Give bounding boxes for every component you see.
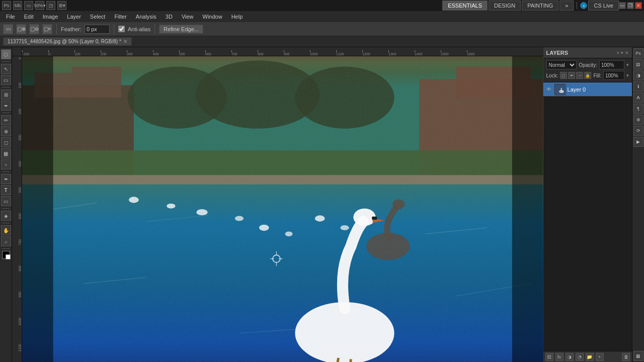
lock-all[interactable]: 🔒: [584, 72, 591, 79]
document-tab[interactable]: 1137715_44805426.jpg @ 50% (Layer 0, RGB…: [3, 37, 132, 46]
tool-eraser[interactable]: ◻: [1, 137, 11, 147]
toolbar-icon-3: ◳: [46, 1, 55, 10]
layer-delete-btn[interactable]: 🗑: [622, 353, 630, 361]
tool-hand[interactable]: ✋: [1, 225, 11, 235]
ruler-v-mark: 300: [18, 135, 22, 141]
blend-mode-select[interactable]: Normal: [546, 60, 577, 69]
layer-mask-btn[interactable]: ◑: [566, 353, 574, 361]
document-tab-bar: 1137715_44805426.jpg @ 50% (Layer 0, RGB…: [0, 36, 644, 47]
layers-panel-menu[interactable]: ▾: [621, 50, 623, 55]
tab-painting[interactable]: PAINTING: [522, 1, 558, 11]
fill-input[interactable]: [603, 71, 624, 80]
ruler-mark: 900: [284, 52, 290, 56]
tool-mode-intersect[interactable]: ▢×: [42, 24, 52, 34]
menu-edit[interactable]: Edit: [20, 13, 38, 21]
tool-mode-rect[interactable]: ▭: [3, 24, 13, 34]
layer-item-0[interactable]: 👁 Layer 0: [543, 82, 632, 97]
tool-separator-6: [2, 223, 10, 223]
fill-arrow[interactable]: ▾: [626, 73, 629, 78]
menu-analysis[interactable]: Analysis: [132, 13, 160, 21]
toolbar-icon-1: Mb: [13, 1, 22, 10]
right-area: LAYERS ≡ ▾ ✕ Normal Opacity: ▾: [543, 47, 644, 362]
photo-canvas[interactable]: [22, 56, 543, 362]
side-icon-actions[interactable]: ▶: [633, 137, 643, 147]
layer-visibility-eye[interactable]: 👁: [545, 86, 552, 93]
ruler-v-mark: 600: [18, 213, 22, 219]
side-icon-layers[interactable]: ▤: [633, 59, 643, 69]
tool-mode-subtract[interactable]: ▢⊖: [29, 24, 39, 34]
antialias-checkbox[interactable]: [118, 26, 125, 32]
side-icon-info[interactable]: ℹ: [633, 81, 643, 92]
layer-link-btn[interactable]: ⛓: [545, 353, 553, 361]
tool-clone[interactable]: ⊕: [1, 126, 11, 136]
tool-eyedropper[interactable]: ✒: [1, 101, 11, 111]
close-button[interactable]: ✕: [635, 2, 642, 9]
ruler-mark: 1100: [336, 52, 344, 56]
side-icon-swatches[interactable]: ▦: [633, 351, 643, 361]
lock-image[interactable]: ✒: [568, 72, 575, 79]
layers-panel-expand[interactable]: ≡: [617, 50, 619, 55]
tool-dodge[interactable]: ○: [1, 159, 11, 169]
menu-filter[interactable]: Filter: [110, 13, 130, 21]
ruler-v-mark: 500: [18, 187, 22, 193]
menu-view[interactable]: View: [178, 13, 198, 21]
menu-image[interactable]: Image: [39, 13, 62, 21]
side-icons-strip: Ps ▤ ◑ ℹ A ¶ ⊕ ⟳ ▶ ▦: [632, 47, 644, 362]
ruler-v-mark: 800: [18, 265, 22, 272]
layers-panel-collapse[interactable]: ✕: [625, 50, 629, 55]
tab-design[interactable]: DESIGN: [489, 1, 521, 11]
tab-more[interactable]: »: [559, 1, 574, 11]
menu-help[interactable]: Help: [227, 13, 247, 21]
side-icon-adjustments[interactable]: ◑: [633, 70, 643, 80]
tool-separator-4: [2, 171, 10, 172]
tool-gradient[interactable]: ▦: [1, 148, 11, 158]
tool-move[interactable]: ↖: [1, 64, 11, 74]
tool-mode-add[interactable]: ▢⊕: [16, 24, 26, 34]
menu-layer[interactable]: Layer: [63, 13, 85, 21]
tool-lasso[interactable]: ⬡: [1, 49, 11, 59]
antialias-label: Anti-alias: [128, 26, 150, 32]
tool-text[interactable]: T: [1, 185, 11, 195]
tool-brush[interactable]: ✏: [1, 115, 11, 125]
restore-button[interactable]: ❐: [627, 2, 634, 9]
tab-essentials[interactable]: ESSENTIALS: [442, 1, 488, 11]
side-icon-text[interactable]: A: [633, 93, 643, 103]
layer-fx-btn[interactable]: fx: [555, 353, 564, 361]
cs-live-btn[interactable]: CS Live: [588, 1, 619, 11]
zoom-display[interactable]: 50%▾: [35, 1, 44, 10]
tool-crop[interactable]: ⊞: [1, 89, 11, 100]
menu-file[interactable]: File: [2, 13, 19, 21]
layer-group-btn[interactable]: 📁: [586, 353, 594, 361]
menu-3d[interactable]: 3D: [162, 13, 177, 21]
minimize-button[interactable]: —: [619, 2, 626, 9]
photo-svg: [22, 56, 543, 362]
refine-edge-button[interactable]: Refine Edge...: [159, 25, 203, 34]
ruler-mark: 1400: [415, 52, 423, 56]
opacity-label: Opacity:: [579, 62, 597, 68]
opacity-arrow[interactable]: ▾: [626, 62, 629, 67]
feather-input[interactable]: [85, 25, 110, 34]
tool-zoom[interactable]: ⌕: [1, 236, 11, 246]
menu-window[interactable]: Window: [199, 13, 226, 21]
canvas-area[interactable]: -100 0 100 200 300 400 500 600 700 800 9…: [12, 47, 543, 362]
side-icon-history[interactable]: ⟳: [633, 126, 643, 136]
document-tab-close[interactable]: ✕: [123, 39, 127, 44]
side-icon-paragraph[interactable]: ¶: [633, 104, 643, 114]
tool-3d[interactable]: ◈: [1, 211, 11, 221]
menu-select[interactable]: Select: [86, 13, 110, 21]
side-icon-ps[interactable]: Ps: [633, 48, 643, 58]
layer-adj-btn[interactable]: ◔: [576, 353, 584, 361]
layer-new-btn[interactable]: +: [596, 353, 604, 361]
opacity-input[interactable]: [599, 60, 624, 69]
side-icon-clone[interactable]: ⊕: [633, 115, 643, 125]
fg-color-swatch[interactable]: [2, 251, 10, 259]
ruler-mark: 0: [48, 52, 50, 56]
ruler-v-mark: 1100: [18, 344, 22, 352]
tool-shape[interactable]: ▭: [1, 196, 11, 206]
ruler-v-mark: 0: [18, 57, 22, 59]
ruler-mark: 500: [179, 52, 185, 56]
lock-position[interactable]: ↔: [576, 72, 583, 79]
tool-marquee[interactable]: ▭: [1, 75, 11, 85]
tool-pen[interactable]: ✒: [1, 174, 11, 184]
lock-transparent[interactable]: ▢: [560, 72, 567, 79]
